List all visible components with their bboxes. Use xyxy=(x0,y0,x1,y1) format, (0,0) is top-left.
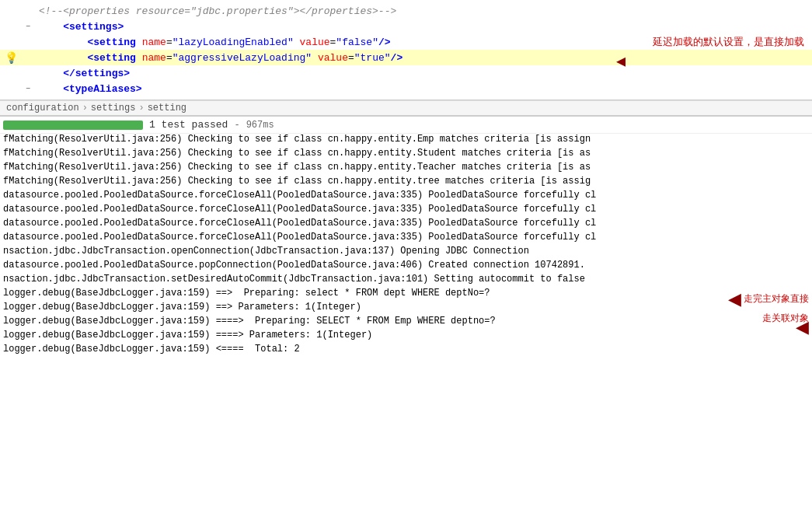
console-line-1: fMatching(ResolverUtil.java:256) Checkin… xyxy=(0,148,812,162)
console-text-5: datasource.pooled.PooledDataSource.force… xyxy=(0,204,812,215)
console-text-6: datasource.pooled.PooledDataSource.force… xyxy=(0,218,812,229)
breadcrumb-setting[interactable]: setting xyxy=(148,103,186,114)
bulb-icon: 💡 xyxy=(5,51,18,65)
console-line-10: nsaction.jdbc.JdbcTransaction.setDesired… xyxy=(0,274,812,288)
console-area: 1 test passed - 967ms fMatching(Resolver… xyxy=(0,117,812,358)
console-line-2: fMatching(ResolverUtil.java:256) Checkin… xyxy=(0,162,812,176)
console-line-13: logger.debug(BaseJdbcLogger.java:159) ==… xyxy=(0,316,812,330)
test-time-label: 967ms xyxy=(246,120,274,131)
console-line-9: datasource.pooled.PooledDataSource.popCo… xyxy=(0,260,812,274)
code-line-1: <!--<properties resource="jdbc.propertie… xyxy=(0,3,812,19)
console-text-3: fMatching(ResolverUtil.java:256) Checkin… xyxy=(0,176,812,187)
console-line-11: logger.debug(BaseJdbcLogger.java:159) ==… xyxy=(0,288,812,302)
console-text-15: logger.debug(BaseJdbcLogger.java:159) <=… xyxy=(0,344,812,355)
console-line-3: fMatching(ResolverUtil.java:256) Checkin… xyxy=(0,176,812,190)
editor-area: <!--<properties resource="jdbc.propertie… xyxy=(0,0,812,100)
code-content-1: <!--<properties resource="jdbc.propertie… xyxy=(33,5,812,17)
code-line-3: <setting name="lazyLoadingEnabled" value… xyxy=(0,34,812,50)
fold-6[interactable]: − xyxy=(23,85,33,93)
fold-2[interactable]: − xyxy=(23,23,33,31)
console-line-8: nsaction.jdbc.JdbcTransaction.openConnec… xyxy=(0,246,812,260)
console-text-10: nsaction.jdbc.JdbcTransaction.setDesired… xyxy=(0,274,812,285)
code-line-4: 💡 <setting name="aggressiveLazyLoading" … xyxy=(0,50,812,65)
console-text-9: datasource.pooled.PooledDataSource.popCo… xyxy=(0,260,812,271)
console-line-15: logger.debug(BaseJdbcLogger.java:159) <=… xyxy=(0,344,812,358)
breadcrumb-configuration[interactable]: configuration xyxy=(6,103,79,114)
gutter-4: 💡 xyxy=(0,51,22,65)
code-content-6: <typeAliases> xyxy=(33,83,812,95)
console-text-14: logger.debug(BaseJdbcLogger.java:159) ==… xyxy=(0,330,812,341)
console-text-12: logger.debug(BaseJdbcLogger.java:159) ==… xyxy=(0,302,812,313)
console-text-2: fMatching(ResolverUtil.java:256) Checkin… xyxy=(0,162,812,173)
breadcrumb-sep-1: › xyxy=(82,103,88,114)
console-text-13: logger.debug(BaseJdbcLogger.java:159) ==… xyxy=(0,316,812,327)
console-line-0: fMatching(ResolverUtil.java:256) Checkin… xyxy=(0,134,812,148)
console-text-1: fMatching(ResolverUtil.java:256) Checkin… xyxy=(0,148,812,159)
console-text-8: nsaction.jdbc.JdbcTransaction.openConnec… xyxy=(0,246,812,257)
console-text-0: fMatching(ResolverUtil.java:256) Checkin… xyxy=(0,134,812,145)
code-line-2: − <settings> xyxy=(0,19,812,34)
console-line-7: datasource.pooled.PooledDataSource.force… xyxy=(0,232,812,246)
arrow-aggressive: ◀ xyxy=(616,51,626,71)
code-content-5: </settings> xyxy=(33,68,812,79)
code-line-6: − <typeAliases> xyxy=(0,81,812,96)
code-line-5: </settings> xyxy=(0,65,812,81)
dash-sep: - xyxy=(234,120,239,131)
console-text-4: datasource.pooled.PooledDataSource.force… xyxy=(0,190,812,201)
breadcrumb-bar: configuration › settings › setting xyxy=(0,100,812,117)
breadcrumb-sep-2: › xyxy=(138,103,144,114)
breadcrumb-settings[interactable]: settings xyxy=(91,103,136,114)
console-line-12: logger.debug(BaseJdbcLogger.java:159) ==… xyxy=(0,302,812,316)
console-line-4: datasource.pooled.PooledDataSource.force… xyxy=(0,190,812,204)
code-content-4: <setting name="aggressiveLazyLoading" va… xyxy=(33,52,812,64)
console-text-7: datasource.pooled.PooledDataSource.force… xyxy=(0,232,812,243)
console-line-6: datasource.pooled.PooledDataSource.force… xyxy=(0,218,812,232)
annotation-text-1: 延迟加载的默认设置，是直接加载 xyxy=(653,36,804,47)
progress-bar xyxy=(3,121,143,130)
code-content-2: <settings> xyxy=(33,21,812,33)
annotation-lazy-loading: 延迟加载的默认设置，是直接加载 xyxy=(653,35,804,49)
console-text-11: logger.debug(BaseJdbcLogger.java:159) ==… xyxy=(0,288,812,299)
console-line-5: datasource.pooled.PooledDataSource.force… xyxy=(0,204,812,218)
progress-bar-row: 1 test passed - 967ms xyxy=(0,117,812,134)
test-result-label: 1 test passed xyxy=(149,119,228,131)
console-line-14: logger.debug(BaseJdbcLogger.java:159) ==… xyxy=(0,330,812,344)
